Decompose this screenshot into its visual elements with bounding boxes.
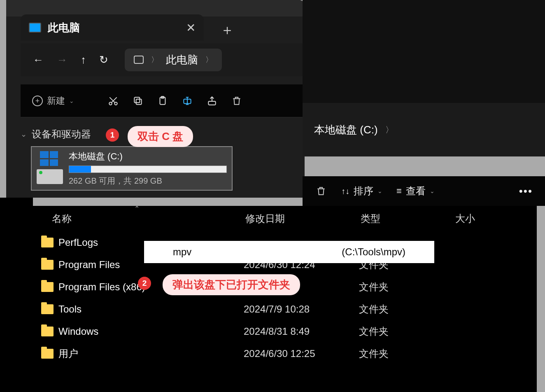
up-button[interactable]: ↑ [81, 54, 86, 66]
svg-rect-7 [208, 101, 215, 105]
file-date: 2024/8/31 8:49 [244, 326, 359, 337]
col-type[interactable]: 类型 [361, 212, 455, 225]
drive-usage-bar [69, 166, 227, 173]
drive-icon [37, 150, 63, 186]
paste-icon[interactable] [156, 95, 169, 107]
folder-icon [41, 327, 54, 336]
sort-asc-icon: ⌃ [134, 205, 140, 212]
annotation-bubble-1: 双击 C 盘 [128, 126, 193, 147]
delete-icon[interactable] [315, 185, 327, 197]
svg-rect-2 [136, 99, 142, 104]
chevron-down-icon: ⌄ [69, 98, 74, 104]
file-row[interactable]: Windows 2024/8/31 8:49 文件夹 [33, 320, 537, 343]
file-type: 文件夹 [359, 280, 454, 294]
folder-icon [41, 349, 54, 359]
drive-c[interactable]: 本地磁盘 (C:) 262 GB 可用，共 299 GB [31, 146, 233, 191]
tab-title: 此电脑 [48, 21, 186, 35]
section-label: 设备和驱动器 [32, 128, 91, 141]
breadcrumb-label[interactable]: 本地磁盘 (C:) [314, 123, 378, 137]
new-label: 新建 [47, 95, 65, 107]
chevron-right-icon[interactable]: 〉 [205, 55, 213, 65]
share-icon[interactable] [206, 95, 218, 107]
chevron-right-icon[interactable]: 〉 [385, 124, 394, 135]
address-bar[interactable]: 〉 此电脑 〉 [125, 49, 222, 71]
col-name[interactable]: 名称 ⌃ [52, 212, 245, 225]
file-row[interactable]: 用户 2024/6/30 12:25 文件夹 [33, 343, 537, 365]
chevron-right-icon: 〉 [151, 55, 158, 65]
file-date: 2024/7/9 10:28 [244, 303, 359, 315]
blank-area [0, 198, 33, 392]
close-icon[interactable]: ✕ [186, 21, 196, 35]
explorer-window-1: 此电脑 ✕ ＋ ← → ↑ ↻ 〉 此电脑 〉 + 新建 ⌄ ⌄ 设备和驱动器 [6, 0, 305, 198]
cut-icon[interactable] [107, 95, 119, 107]
tab-this-pc[interactable]: 此电脑 ✕ [21, 14, 204, 41]
nav-bar: ← → ↑ ↻ 〉 此电脑 〉 [21, 43, 305, 76]
folder-icon [41, 260, 54, 270]
refresh-button[interactable]: ↻ [99, 54, 108, 66]
forward-button[interactable]: → [57, 54, 68, 66]
annotation-badge-1: 1 [106, 128, 119, 142]
annotation-bubble-2: 弹出该盘下已打开文件夹 [163, 274, 300, 295]
more-button[interactable]: ••• [519, 185, 533, 198]
new-tab-button[interactable]: ＋ [220, 21, 234, 40]
file-type: 文件夹 [359, 325, 454, 338]
file-name: Tools [58, 303, 244, 315]
file-type: 文件夹 [359, 303, 454, 316]
back-button[interactable]: ← [33, 54, 44, 66]
toolbar: + 新建 ⌄ [21, 84, 305, 117]
breadcrumb-label[interactable]: 此电脑 [166, 53, 198, 67]
file-date: 2024/6/30 12:25 [244, 348, 359, 359]
monitor-icon [134, 56, 144, 64]
path-popup[interactable]: mpv (C:\Tools\mpv) [144, 241, 434, 263]
popup-name: mpv [173, 246, 342, 258]
folder-icon [41, 282, 54, 292]
file-name: Windows [58, 326, 244, 337]
folder-icon [41, 304, 54, 314]
plus-icon: + [32, 96, 43, 106]
view-button[interactable]: ≡ 查看 ⌄ [396, 184, 435, 198]
column-headers: 名称 ⌃ 修改日期 类型 大小 [33, 206, 537, 231]
chevron-down-icon: ⌄ [21, 130, 27, 139]
rename-icon[interactable] [181, 95, 193, 107]
popup-path: (C:\Tools\mpv) [342, 246, 405, 258]
file-type: 文件夹 [359, 347, 454, 360]
sort-button[interactable]: ↑↓ 排序 ⌄ [341, 184, 382, 198]
file-name: 用户 [58, 347, 244, 360]
file-row[interactable]: Tools 2024/7/9 10:28 文件夹 [33, 298, 537, 320]
toolbar-2: ↑↓ 排序 ⌄ ≡ 查看 ⌄ ••• [303, 176, 545, 206]
sort-label: 排序 [354, 184, 373, 198]
drive-size: 262 GB 可用，共 299 GB [69, 175, 227, 187]
folder-icon [41, 238, 54, 247]
delete-icon[interactable] [231, 95, 243, 107]
col-date[interactable]: 修改日期 [245, 212, 361, 225]
copy-icon[interactable] [132, 95, 144, 107]
svg-rect-3 [134, 97, 140, 103]
address-bar-2[interactable]: 本地磁盘 (C:) 〉 [303, 103, 545, 156]
section-devices[interactable]: ⌄ 设备和驱动器 [21, 128, 91, 141]
col-size[interactable]: 大小 [455, 212, 537, 225]
window2-top [303, 0, 545, 107]
monitor-icon [29, 23, 41, 33]
chevron-down-icon: ⌄ [377, 188, 382, 194]
new-button[interactable]: + 新建 ⌄ [32, 95, 74, 107]
drive-name: 本地磁盘 (C:) [69, 150, 227, 163]
chevron-down-icon: ⌄ [430, 188, 435, 194]
view-label: 查看 [406, 184, 426, 198]
annotation-badge-2: 2 [138, 277, 151, 290]
